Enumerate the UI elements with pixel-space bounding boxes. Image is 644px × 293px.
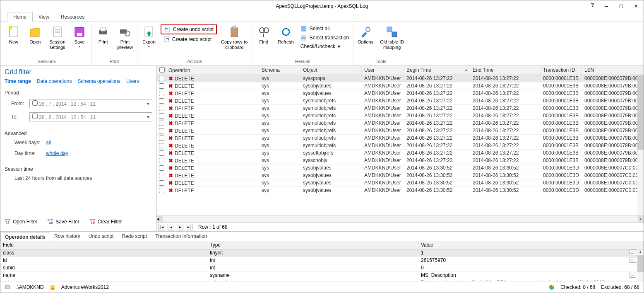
table-row[interactable]: ✖ DELETEsyssysobjvaluesAMDKKND\User2014-… <box>157 179 644 187</box>
col-type[interactable]: Type <box>207 241 418 249</box>
row-checkbox[interactable] <box>159 113 164 119</box>
detail-vscroll[interactable]: ▴ <box>637 249 644 281</box>
detail-tab-rowhistory[interactable]: Row history <box>50 232 84 241</box>
filter-tab-time-range[interactable]: Time range <box>5 78 31 84</box>
row-checkbox[interactable] <box>159 143 164 148</box>
col-begin-time[interactable]: Begin Time▴ <box>404 66 470 75</box>
filter-tab-users[interactable]: Users <box>126 78 139 84</box>
row-checkbox[interactable] <box>159 76 164 81</box>
tab-view[interactable]: View <box>33 12 55 22</box>
table-row[interactable]: ✖ DELETEsyssysmultiobjrefsAMDKKND\User20… <box>157 105 644 112</box>
row-checkbox[interactable] <box>159 121 164 126</box>
to-checkbox[interactable] <box>32 114 38 119</box>
row-checkbox[interactable] <box>159 165 164 171</box>
pager-prev-button[interactable]: ◂ <box>168 224 174 230</box>
export-button[interactable]: Export ▾ <box>139 24 159 50</box>
filter-tab-schema-ops[interactable]: Schema operations <box>78 78 120 84</box>
table-row[interactable]: ✖ DELETEsyssysschobjsAMDKKND\User2014-08… <box>157 157 644 165</box>
pager-last-button[interactable]: ▸| <box>186 224 192 230</box>
row-checkbox[interactable] <box>159 91 164 96</box>
col-transaction-id[interactable]: Transaction ID <box>541 66 582 75</box>
row-checkbox[interactable] <box>159 173 164 178</box>
ellipsis-button[interactable]: ... <box>630 249 636 255</box>
from-date-input[interactable]: 28 . 7 . 2014 . 12 : 54 : 11▾ <box>29 99 152 108</box>
col-object[interactable]: Object <box>300 66 362 75</box>
row-checkbox[interactable] <box>159 158 164 163</box>
row-checkbox[interactable] <box>159 136 164 141</box>
tab-resources[interactable]: Resources <box>55 12 90 22</box>
check-uncheck-button[interactable]: Check/Uncheck ▾ <box>298 43 351 50</box>
detail-tab-opdetails[interactable]: Operation details <box>0 232 50 241</box>
table-row[interactable]: ✖ DELETEsyssysobjvaluesAMDKKND\User2014-… <box>157 172 644 179</box>
row-checkbox[interactable] <box>159 128 164 133</box>
print-preview-button[interactable]: Print preview <box>115 24 135 52</box>
ellipsis-button[interactable]: ... <box>630 257 636 263</box>
detail-row[interactable]: namesysnameMS_Description... <box>0 272 644 279</box>
create-redo-button[interactable]: Create redo script <box>161 35 217 44</box>
pager-next-button[interactable]: ▸ <box>177 224 183 230</box>
save-button[interactable]: Save ▾ <box>70 24 89 50</box>
old-table-mapping-button[interactable]: Old table ID mapping <box>377 24 406 52</box>
session-settings-button[interactable]: Session settings <box>47 24 68 52</box>
detail-tab-undo[interactable]: Undo script <box>84 232 118 241</box>
day-time-link[interactable]: whole day <box>46 150 68 156</box>
col-lsn[interactable]: LSN <box>582 66 642 75</box>
col-end-time[interactable]: End Time <box>470 66 541 75</box>
table-row[interactable]: ✖ DELETEsyssysmultiobjrefsAMDKKND\User20… <box>157 142 644 150</box>
table-row[interactable]: ✖ DELETEsyssysobjvaluesAMDKKND\User2014-… <box>157 90 644 97</box>
col-operation[interactable]: Operation <box>166 66 259 75</box>
detail-row[interactable]: subidint0 <box>0 264 644 272</box>
ellipsis-button[interactable]: ... <box>630 272 636 278</box>
copy-rows-button[interactable]: Copy rows to clipboard <box>219 24 250 52</box>
table-row[interactable]: ✖ DELETEsyssysmultiobjrefsAMDKKND\User20… <box>157 112 644 120</box>
select-transaction-button[interactable]: Select transaction <box>298 34 351 42</box>
select-all-button[interactable]: Select all <box>298 24 351 33</box>
clear-filter-button[interactable]: Clear Filter <box>89 219 122 225</box>
detail-tab-redo[interactable]: Redo script <box>118 232 151 241</box>
filter-tab-data-ops[interactable]: Data operations <box>37 78 72 84</box>
detail-tab-txinfo[interactable]: Transaction information <box>151 232 211 241</box>
table-row[interactable]: ✖ DELETEsyssysmultiobjrefsAMDKKND\User20… <box>157 135 644 142</box>
table-row[interactable]: ✖ DELETEsyssyssoftobjrefsAMDKKND\User201… <box>157 150 644 157</box>
col-field[interactable]: Field <box>0 241 207 249</box>
table-row[interactable]: ✖ DELETEsyssysobjvaluesAMDKKND\User2014-… <box>157 82 644 90</box>
open-button[interactable]: Open <box>25 24 45 46</box>
close-button[interactable]: ✕ <box>630 1 642 10</box>
row-checkbox[interactable] <box>159 150 164 156</box>
detail-row[interactable]: idint261575970... <box>0 257 644 264</box>
row-checkbox[interactable] <box>159 180 164 186</box>
table-row[interactable]: ✖ DELETEsyssysmultiobjrefsAMDKKND\User20… <box>157 127 644 135</box>
open-filter-button[interactable]: Open Filter <box>5 219 37 225</box>
print-button[interactable]: Print <box>93 24 113 46</box>
select-all-checkbox[interactable] <box>159 67 165 73</box>
find-button[interactable]: Find <box>254 24 274 46</box>
detail-row[interactable]: valuesql_variantDatabase trigger to audi… <box>0 279 644 281</box>
table-row[interactable]: ✖ DELETEsyssysobjvaluesAMDKKND\User2014-… <box>157 187 644 194</box>
table-row[interactable]: ✖ DELETEsyssysmultiobjrefsAMDKKND\User20… <box>157 97 644 105</box>
table-row[interactable]: ✖ DELETEsyssysxpropsAMDKKND\User2014-08-… <box>157 75 644 82</box>
maximize-button[interactable]: ▢ <box>615 1 627 10</box>
grid-hscroll[interactable]: ◂▸ <box>157 216 644 222</box>
row-checkbox[interactable] <box>159 98 164 104</box>
create-undo-button[interactable]: Create undo script <box>161 24 217 34</box>
to-date-input[interactable]: 28 . 8 . 2014 . 12 : 54 : 11▾ <box>29 112 152 121</box>
grid-vscroll[interactable] <box>637 75 644 216</box>
save-filter-button[interactable]: Save Filter <box>47 219 79 225</box>
table-row[interactable]: ✖ DELETEsyssysmultiobjrefsAMDKKND\User20… <box>157 120 644 127</box>
col-schema[interactable]: Schema <box>259 66 300 75</box>
row-checkbox[interactable] <box>159 188 164 193</box>
tab-home[interactable]: Home <box>7 12 33 22</box>
from-checkbox[interactable] <box>32 100 38 106</box>
row-checkbox[interactable] <box>159 83 164 89</box>
detail-row[interactable]: classtinyint1... <box>0 249 644 257</box>
help-button[interactable]: ? <box>591 2 594 8</box>
options-button[interactable]: Options <box>355 24 376 46</box>
minimize-button[interactable]: — <box>601 1 612 10</box>
refresh-button[interactable]: Refresh <box>275 24 296 46</box>
pager-first-button[interactable]: |◂ <box>159 224 165 230</box>
col-value[interactable]: Value <box>418 241 644 249</box>
new-button[interactable]: New <box>4 24 24 46</box>
col-user[interactable]: User <box>362 66 404 75</box>
week-days-link[interactable]: all <box>46 140 51 145</box>
table-row[interactable]: ✖ DELETEsyssysobjvaluesAMDKKND\User2014-… <box>157 165 644 172</box>
